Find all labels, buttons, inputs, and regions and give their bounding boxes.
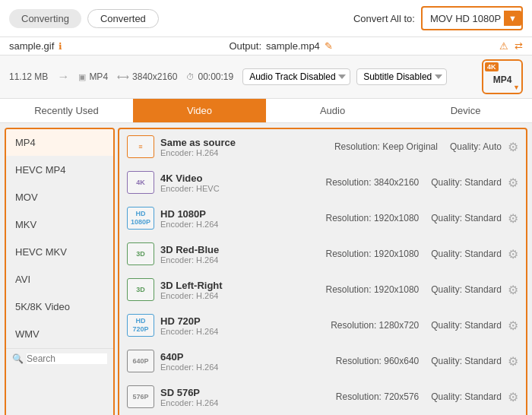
format-left-item-avi[interactable]: AVI xyxy=(6,266,113,293)
file-details-bar: 11.12 MB → ▣ MP4 ⟷ 3840x2160 ⏱ 00:00:19 … xyxy=(0,55,532,99)
format-info-sd-576p: SD 576PEncoder: H.264 xyxy=(160,387,330,407)
format-value: MP4 xyxy=(89,71,108,82)
format-meta-3d-left-right: Resolution: 1920x1080Quality: Standard xyxy=(326,284,502,295)
audio-track-select[interactable]: Audio Track Disabled Audio Track 1 xyxy=(242,68,350,85)
clock-icon: ⏱ xyxy=(186,72,195,81)
format-resolution-sd-576p: Resolution: 720x576 xyxy=(336,391,419,402)
format-quality-same-as-source: Quality: Auto xyxy=(450,141,502,152)
format-resolution-3d-left-right: Resolution: 1920x1080 xyxy=(326,284,420,295)
convert-all-value: MOV HD 1080P xyxy=(430,13,501,24)
format-resolution-3d-red-blue: Resolution: 1920x1080 xyxy=(326,249,420,259)
format-quality-sd-576p: Quality: Standard xyxy=(431,391,502,402)
gear-icon-hd-720p[interactable]: ⚙ xyxy=(508,318,518,333)
format-right-item-4k-video[interactable]: 4K4K VideoEncoder: HEVCResolution: 3840x… xyxy=(119,165,526,201)
format-tabs-bar: Recently Used Video Audio Device xyxy=(0,99,532,123)
file-bar: sample.gif ℹ Output: sample.mp4 ✎ ⚠ ⇄ xyxy=(0,37,532,55)
format-left-item-hevc-mp4[interactable]: HEVC MP4 xyxy=(6,157,113,184)
tab-converted[interactable]: Converted xyxy=(87,9,159,28)
gear-icon-sd-576p[interactable]: ⚙ xyxy=(508,390,518,404)
search-icon: 🔍 xyxy=(12,353,24,364)
convert-all-button[interactable]: MOV HD 1080P ▼ xyxy=(421,6,523,30)
format-box-dropdown-icon[interactable]: ▼ xyxy=(513,84,520,91)
format-icon: ▣ xyxy=(78,72,86,82)
right-panel: ≡Same as sourceEncoder: H.264Resolution:… xyxy=(118,128,527,415)
tab-video[interactable]: Video xyxy=(133,99,266,122)
convert-all-label: Convert All to: xyxy=(353,13,415,24)
format-quality-hd-720p: Quality: Standard xyxy=(431,320,502,331)
format-right-item-3d-left-right[interactable]: 3D3D Left-RightEncoder: H.264Resolution:… xyxy=(119,272,526,308)
gear-icon-640p[interactable]: ⚙ xyxy=(508,354,518,369)
format-meta-hd-1080p: Resolution: 1920x1080Quality: Standard xyxy=(326,213,502,223)
resolution-value: 3840x2160 xyxy=(132,71,177,82)
tab-converting[interactable]: Converting xyxy=(9,9,81,28)
format-resolution-same-as-source: Resolution: Keep Original xyxy=(334,141,438,152)
format-thumb-hd-720p: HD 720P xyxy=(127,314,154,337)
format-right-item-hd-1080p[interactable]: HD 1080PHD 1080PEncoder: H.264Resolution… xyxy=(119,201,526,236)
format-info-4k-video: 4K VideoEncoder: HEVC xyxy=(160,173,320,193)
format-box[interactable]: 4K MP4 ▼ xyxy=(482,59,523,94)
format-encoder-3d-red-blue: Encoder: H.264 xyxy=(160,255,320,265)
file-name-group: sample.gif ℹ xyxy=(9,40,62,52)
format-left-item-mp4[interactable]: MP4 xyxy=(6,129,113,157)
format-left-item-wmv[interactable]: WMV xyxy=(6,321,113,348)
file-name-text: sample.gif xyxy=(9,40,54,52)
format-info-3d-left-right: 3D Left-RightEncoder: H.264 xyxy=(160,280,320,300)
gear-icon-3d-left-right[interactable]: ⚙ xyxy=(508,283,518,297)
format-meta-sd-576p: Resolution: 720x576Quality: Standard xyxy=(336,391,502,402)
format-list: MP4HEVC MP4MOVMKVHEVC MKVAVI5K/8K VideoW… xyxy=(6,129,113,348)
output-info-group: Output: sample.mp4 ✎ xyxy=(229,40,332,52)
format-info-640p: 640PEncoder: H.264 xyxy=(160,351,330,372)
warning-icon[interactable]: ⚠ xyxy=(499,40,508,52)
format-right-item-sd-576p[interactable]: 576PSD 576PEncoder: H.264Resolution: 720… xyxy=(119,379,526,415)
format-right-item-hd-720p[interactable]: HD 720PHD 720PEncoder: H.264Resolution: … xyxy=(119,308,526,344)
gear-icon-same-as-source[interactable]: ⚙ xyxy=(508,140,518,154)
output-value: sample.mp4 xyxy=(266,40,320,52)
format-encoder-640p: Encoder: H.264 xyxy=(160,363,330,372)
tab-audio[interactable]: Audio xyxy=(266,99,399,122)
arrow-right-icon: → xyxy=(57,70,69,84)
format-box-badge: 4K xyxy=(485,62,499,71)
settings-icon[interactable]: ⇄ xyxy=(515,40,523,52)
duration-detail: ⏱ 00:00:19 xyxy=(186,71,233,82)
format-encoder-hd-720p: Encoder: H.264 xyxy=(160,327,325,336)
tab-recently-used[interactable]: Recently Used xyxy=(0,99,133,122)
format-name-3d-left-right: 3D Left-Right xyxy=(160,280,320,291)
gear-icon-4k-video[interactable]: ⚙ xyxy=(508,176,518,190)
format-options-list: ≡Same as sourceEncoder: H.264Resolution:… xyxy=(119,129,526,415)
subtitle-select[interactable]: Subtitle Disabled Subtitle 1 xyxy=(356,68,447,85)
format-quality-3d-left-right: Quality: Standard xyxy=(431,284,502,295)
format-encoder-4k-video: Encoder: HEVC xyxy=(160,184,320,193)
format-thumb-same-as-source: ≡ xyxy=(127,135,154,158)
format-right-item-3d-red-blue[interactable]: 3D3D Red-BlueEncoder: H.264Resolution: 1… xyxy=(119,236,526,272)
resolution-detail: ⟷ 3840x2160 xyxy=(117,71,177,82)
convert-all-dropdown-arrow[interactable]: ▼ xyxy=(504,11,521,26)
format-quality-4k-video: Quality: Standard xyxy=(431,177,502,188)
tab-device[interactable]: Device xyxy=(399,99,532,122)
format-right-item-same-as-source[interactable]: ≡Same as sourceEncoder: H.264Resolution:… xyxy=(119,129,526,165)
left-panel: MP4HEVC MP4MOVMKVHEVC MKVAVI5K/8K VideoW… xyxy=(5,128,115,415)
format-quality-hd-1080p: Quality: Standard xyxy=(431,213,502,223)
gear-icon-3d-red-blue[interactable]: ⚙ xyxy=(508,247,518,261)
format-right-item-640p[interactable]: 640P640PEncoder: H.264Resolution: 960x64… xyxy=(119,344,526,379)
format-name-640p: 640P xyxy=(160,351,330,363)
format-left-item-mkv[interactable]: MKV xyxy=(6,211,113,239)
resolution-icon: ⟷ xyxy=(117,72,129,82)
info-icon[interactable]: ℹ xyxy=(59,41,62,52)
file-size: 11.12 MB xyxy=(9,71,48,82)
format-left-item-hevc-mkv[interactable]: HEVC MKV xyxy=(6,239,113,266)
format-left-item-mov[interactable]: MOV xyxy=(6,184,113,211)
format-name-same-as-source: Same as source xyxy=(160,137,328,148)
gear-icon-hd-1080p[interactable]: ⚙ xyxy=(508,211,518,226)
format-encoder-3d-left-right: Encoder: H.264 xyxy=(160,291,320,300)
format-resolution-4k-video: Resolution: 3840x2160 xyxy=(326,177,420,188)
file-details-left: 11.12 MB → ▣ MP4 ⟷ 3840x2160 ⏱ 00:00:19 … xyxy=(9,68,447,85)
format-thumb-3d-red-blue: 3D xyxy=(127,242,154,265)
search-input[interactable] xyxy=(27,353,107,364)
format-name-sd-576p: SD 576P xyxy=(160,387,330,398)
main-content: Recently Used Video Audio Device MP4HEVC… xyxy=(0,99,532,415)
tab-group: Converting Converted xyxy=(9,9,159,28)
format-left-item-5k8k[interactable]: 5K/8K Video xyxy=(6,293,113,321)
format-box-main: MP4 xyxy=(493,74,512,85)
edit-icon[interactable]: ✎ xyxy=(325,40,333,52)
format-thumb-sd-576p: 576P xyxy=(127,385,154,408)
